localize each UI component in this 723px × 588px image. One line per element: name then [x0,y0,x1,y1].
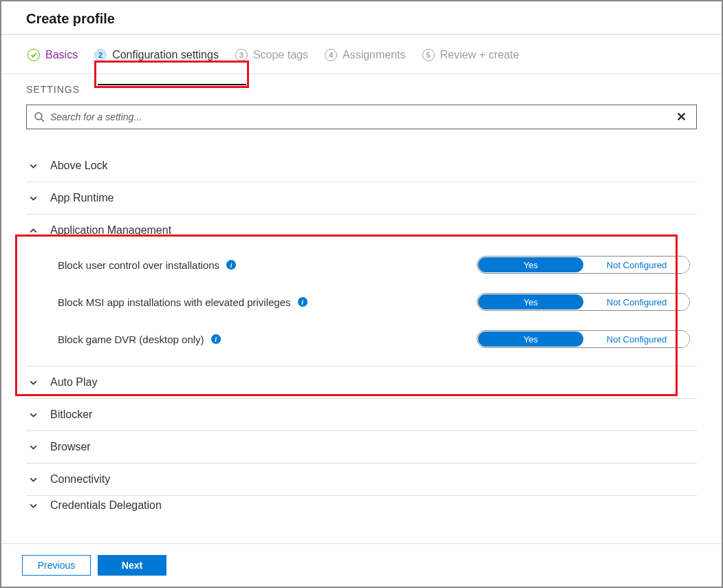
chevron-down-icon [29,443,38,452]
chevron-down-icon [29,475,38,484]
tab-review-create[interactable]: 5 Review + create [422,49,519,67]
category-browser[interactable]: Browser [26,431,697,464]
category-label: Bitlocker [50,409,92,421]
setting-block-user-control: Block user control over installations i … [26,246,697,283]
category-label: Auto Play [50,376,97,389]
toggle-not-configured[interactable]: Not Configured [584,331,689,347]
category-app-runtime[interactable]: App Runtime [26,182,697,215]
section-heading: SETTINGS [26,84,697,95]
tab-assignments[interactable]: 4 Assignments [325,49,406,67]
toggle-yes[interactable]: Yes [478,294,583,309]
setting-label: Block game DVR (desktop only) [58,334,204,345]
step-number-icon: 5 [422,49,435,61]
setting-block-msi-elevated: Block MSI app installations with elevate… [26,283,697,320]
category-connectivity[interactable]: Connectivity [26,464,697,496]
search-icon [34,111,45,122]
svg-line-1 [41,119,44,122]
chevron-down-icon [29,162,38,171]
tab-label: Configuration settings [112,49,219,61]
page-title: Create profile [26,11,701,27]
step-number-icon: 3 [235,49,248,61]
category-label: Browser [50,441,91,453]
toggle-block-msi-elevated[interactable]: Yes Not Configured [477,293,690,311]
toggle-not-configured[interactable]: Not Configured [584,294,689,310]
annotation-underline [98,84,246,85]
category-auto-play[interactable]: Auto Play [26,367,697,399]
category-label: App Runtime [50,192,114,204]
toggle-block-user-control[interactable]: Yes Not Configured [477,256,690,274]
previous-button[interactable]: Previous [22,555,91,576]
category-label: Application Management [50,224,171,237]
chevron-up-icon [29,226,38,235]
clear-icon[interactable]: ✕ [673,109,689,124]
info-icon[interactable]: i [226,260,236,270]
toggle-yes[interactable]: Yes [478,331,583,347]
search-box[interactable]: ✕ [26,105,697,129]
step-number-icon: 4 [325,49,337,61]
tab-label: Review + create [440,49,519,61]
tab-configuration-settings[interactable]: 2 Configuration settings [94,49,219,67]
setting-block-game-dvr: Block game DVR (desktop only) i Yes Not … [26,320,697,367]
wizard-footer: Previous Next [1,543,722,587]
category-application-management[interactable]: Application Management [26,215,697,246]
tab-label: Scope tags [253,49,308,61]
tab-label: Basics [45,49,78,61]
svg-point-0 [35,113,42,120]
check-icon [28,49,40,61]
chevron-down-icon [29,194,38,203]
category-credentials-delegation[interactable]: Credentials Delegation [26,496,697,514]
setting-label: Block MSI app installations with elevate… [58,296,291,308]
toggle-not-configured[interactable]: Not Configured [584,257,689,273]
toggle-yes[interactable]: Yes [478,257,583,272]
wizard-tabs: Basics 2 Configuration settings 3 Scope … [1,35,722,74]
category-label: Above Lock [50,160,108,172]
next-button[interactable]: Next [98,555,166,576]
settings-content: SETTINGS ✕ Above Lock App Runtime Applic… [1,74,722,514]
category-above-lock[interactable]: Above Lock [26,150,697,182]
category-bitlocker[interactable]: Bitlocker [26,399,697,431]
category-label: Connectivity [50,473,110,486]
chevron-down-icon [29,501,38,510]
chevron-down-icon [29,378,38,387]
tab-label: Assignments [343,49,406,61]
chevron-down-icon [29,411,38,420]
tab-scope-tags[interactable]: 3 Scope tags [235,49,308,67]
info-icon[interactable]: i [211,334,221,344]
search-input[interactable] [45,110,673,124]
toggle-block-game-dvr[interactable]: Yes Not Configured [477,330,690,348]
setting-label: Block user control over installations [58,259,219,271]
info-icon[interactable]: i [298,297,307,307]
tab-basics[interactable]: Basics [28,49,78,67]
step-number-icon: 2 [94,49,107,61]
category-label: Credentials Delegation [50,499,162,512]
